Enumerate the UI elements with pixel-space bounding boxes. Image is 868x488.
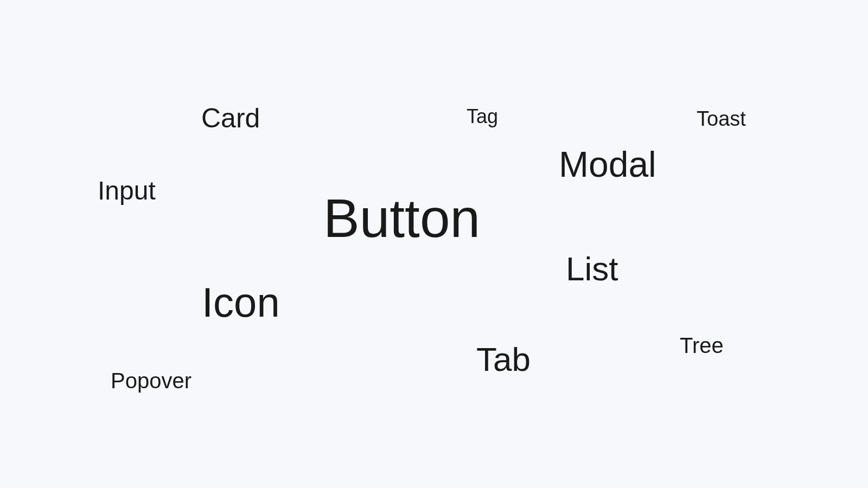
word-card: Card — [201, 105, 260, 132]
word-list: List — [566, 252, 618, 286]
word-modal: Modal — [559, 146, 656, 182]
word-button: Button — [323, 191, 480, 245]
word-toast: Toast — [697, 108, 746, 129]
word-icon: Icon — [202, 282, 280, 323]
word-input: Input — [98, 178, 156, 204]
word-tag: Tag — [467, 107, 498, 126]
word-tree: Tree — [680, 335, 724, 356]
word-tab: Tab — [476, 343, 531, 376]
word-popover: Popover — [111, 370, 192, 391]
